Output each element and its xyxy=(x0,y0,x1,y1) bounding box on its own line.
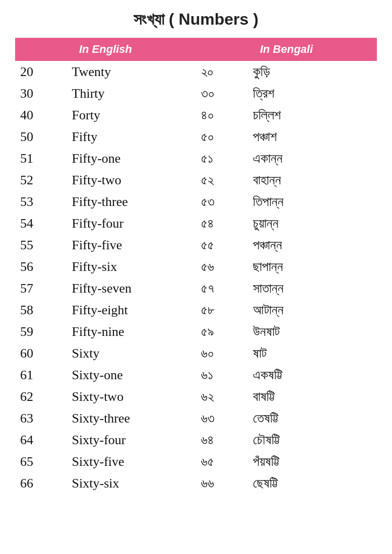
num-bengali: ৫০ xyxy=(196,126,248,148)
word-english: Sixty-one xyxy=(67,364,196,386)
numbers-table: In English In Bengali 20Twenty২০কুড়ি30T… xyxy=(15,38,377,494)
num-bengali: ৬০ xyxy=(196,342,248,364)
word-bengali: পঁয়ষট্টি xyxy=(248,451,377,472)
word-english: Sixty-six xyxy=(67,472,196,494)
num-english: 58 xyxy=(15,299,67,321)
word-bengali: বাহান্ন xyxy=(248,169,377,191)
word-bengali: ছেষট্টি xyxy=(248,472,377,494)
num-english: 56 xyxy=(15,256,67,278)
table-row: 51Fifty-one৫১একান্ন xyxy=(15,148,377,169)
word-english: Fifty-nine xyxy=(67,321,196,342)
table-row: 50Fifty৫০পঞ্চাশ xyxy=(15,126,377,148)
word-english: Thirty xyxy=(67,83,196,104)
word-bengali: কুড়ি xyxy=(248,61,377,83)
word-english: Sixty-five xyxy=(67,451,196,472)
word-english: Fifty-two xyxy=(67,169,196,191)
word-bengali: ত্রিশ xyxy=(248,83,377,104)
table-row: 20Twenty২০কুড়ি xyxy=(15,61,377,83)
word-bengali: একষট্টি xyxy=(248,364,377,386)
num-english: 66 xyxy=(15,472,67,494)
num-english: 51 xyxy=(15,148,67,169)
table-row: 65Sixty-five৬৫পঁয়ষট্টি xyxy=(15,451,377,472)
word-english: Sixty xyxy=(67,342,196,364)
word-english: Sixty-two xyxy=(67,386,196,407)
num-english: 20 xyxy=(15,61,67,83)
num-bengali: ৫২ xyxy=(196,169,248,191)
word-bengali: বাষট্টি xyxy=(248,386,377,407)
word-bengali: পঞ্চাশ xyxy=(248,126,377,148)
word-bengali: আটান্ন xyxy=(248,299,377,321)
num-english: 40 xyxy=(15,104,67,126)
num-bengali: ৫৫ xyxy=(196,234,248,256)
word-bengali: চল্লিশ xyxy=(248,104,377,126)
num-english: 50 xyxy=(15,126,67,148)
num-english: 65 xyxy=(15,451,67,472)
word-bengali: পঞ্চান্ন xyxy=(248,234,377,256)
num-english: 55 xyxy=(15,234,67,256)
table-row: 56Fifty-six৫৬ছাপান্ন xyxy=(15,256,377,278)
table-row: 59Fifty-nine৫৯উনষাট xyxy=(15,321,377,342)
word-english: Twenty xyxy=(67,61,196,83)
num-english: 64 xyxy=(15,429,67,451)
num-bengali: ৫৬ xyxy=(196,256,248,278)
word-bengali: তেষট্টি xyxy=(248,407,377,429)
word-english: Fifty-five xyxy=(67,234,196,256)
word-english: Fifty-one xyxy=(67,148,196,169)
table-row: 63Sixty-three৬৩তেষট্টি xyxy=(15,407,377,429)
num-english: 59 xyxy=(15,321,67,342)
word-english: Fifty xyxy=(67,126,196,148)
num-bengali: ৫৯ xyxy=(196,321,248,342)
table-row: 66Sixty-six৬৬ছেষট্টি xyxy=(15,472,377,494)
num-english: 54 xyxy=(15,213,67,234)
num-english: 30 xyxy=(15,83,67,104)
num-english: 62 xyxy=(15,386,67,407)
page-title: সংখ্যা ( Numbers ) xyxy=(134,10,258,29)
word-bengali: উনষাট xyxy=(248,321,377,342)
table-row: 54Fifty-four৫৪চুয়ান্ন xyxy=(15,213,377,234)
num-bengali: ৬৩ xyxy=(196,407,248,429)
table-row: 58Fifty-eight৫৮আটান্ন xyxy=(15,299,377,321)
word-english: Fifty-six xyxy=(67,256,196,278)
word-english: Fifty-seven xyxy=(67,278,196,299)
word-bengali: সাতান্ন xyxy=(248,278,377,299)
num-bengali: ৫৮ xyxy=(196,299,248,321)
num-english: 61 xyxy=(15,364,67,386)
table-row: 61Sixty-one৬১একষট্টি xyxy=(15,364,377,386)
table-row: 62Sixty-two৬২বাষট্টি xyxy=(15,386,377,407)
word-english: Forty xyxy=(67,104,196,126)
num-bengali: ৩০ xyxy=(196,83,248,104)
table-row: 30Thirty৩০ত্রিশ xyxy=(15,83,377,104)
word-bengali: ছাপান্ন xyxy=(248,256,377,278)
num-bengali: ৬৬ xyxy=(196,472,248,494)
table-row: 52Fifty-two৫২বাহান্ন xyxy=(15,169,377,191)
table-row: 60Sixty৬০ষাট xyxy=(15,342,377,364)
num-bengali: ৬৫ xyxy=(196,451,248,472)
word-english: Sixty-four xyxy=(67,429,196,451)
table-row: 57Fifty-seven৫৭সাতান্ন xyxy=(15,278,377,299)
num-bengali: ৫১ xyxy=(196,148,248,169)
word-bengali: চৌষট্টি xyxy=(248,429,377,451)
word-english: Fifty-four xyxy=(67,213,196,234)
header-bengali: In Bengali xyxy=(196,38,377,61)
word-bengali: একান্ন xyxy=(248,148,377,169)
table-row: 53Fifty-three৫৩তিপান্ন xyxy=(15,191,377,213)
num-english: 53 xyxy=(15,191,67,213)
table-row: 40Forty৪০চল্লিশ xyxy=(15,104,377,126)
num-bengali: ৪০ xyxy=(196,104,248,126)
table-row: 55Fifty-five৫৫পঞ্চান্ন xyxy=(15,234,377,256)
word-bengali: ষাট xyxy=(248,342,377,364)
table-row: 64Sixty-four৬৪চৌষট্টি xyxy=(15,429,377,451)
num-bengali: ৬২ xyxy=(196,386,248,407)
num-bengali: ৫৪ xyxy=(196,213,248,234)
num-bengali: ২০ xyxy=(196,61,248,83)
num-bengali: ৬৪ xyxy=(196,429,248,451)
num-bengali: ৫৭ xyxy=(196,278,248,299)
num-english: 52 xyxy=(15,169,67,191)
num-bengali: ৫৩ xyxy=(196,191,248,213)
word-english: Fifty-eight xyxy=(67,299,196,321)
num-english: 63 xyxy=(15,407,67,429)
num-english: 60 xyxy=(15,342,67,364)
header-english: In English xyxy=(15,38,196,61)
word-english: Fifty-three xyxy=(67,191,196,213)
word-bengali: তিপান্ন xyxy=(248,191,377,213)
